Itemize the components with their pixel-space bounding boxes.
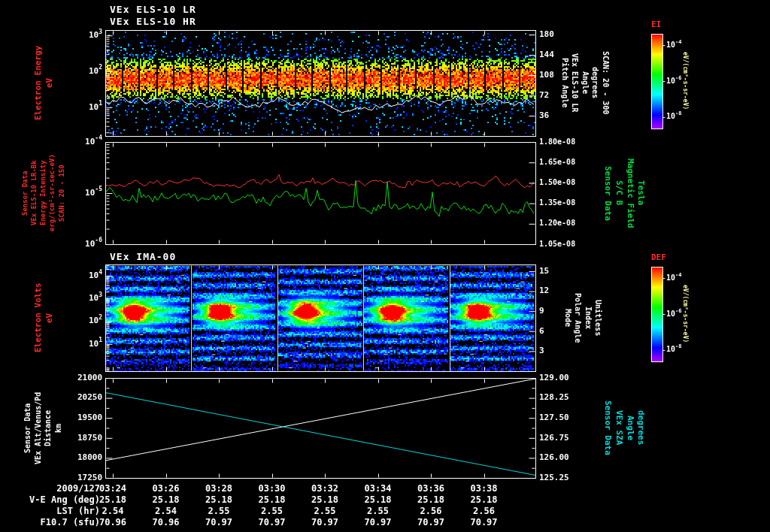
panel4-left-label: Sensor DataVEx Alt/Venus/PdDistancekm xyxy=(23,378,63,478)
panel3-title: VEx IMA-00 xyxy=(110,251,176,262)
plot-canvas xyxy=(0,0,770,532)
colorbar1-units-label: eV/(cm²-s-sr-eV) xyxy=(681,34,689,128)
colorbar2-title: DEF xyxy=(651,252,666,262)
panel1-title-lr: VEx ELS-10 LR xyxy=(110,4,196,15)
colorbar2-units-label: eV/(cm²-s-sr-eV) xyxy=(681,267,689,361)
panel3-y-axis-label: Electron VoltseV xyxy=(33,264,56,371)
panel3-right-label: ModePolar AngleIndexUnitless xyxy=(562,264,603,371)
colorbar1-title: EI xyxy=(651,20,661,29)
panel2-right-label: Sensor DataS/C BMagnetic FieldTesla xyxy=(602,142,646,244)
panel1-y-axis-label: Electron EnergyeV xyxy=(33,30,56,136)
vex-multi-panel-plot: VEx ELS-10 LR VEx ELS-10 HR VEx IMA-00 E… xyxy=(0,0,770,532)
panel4-right-label: Sensor DataVEx SZAAngledegrees xyxy=(602,378,646,478)
panel2-left-label: Sensor DataVEx ELS-10 LR-BkEnergy Intens… xyxy=(20,142,66,244)
panel1-right-label: Pitch AngleVEx ELS-10 LRAngledegreesSCAN… xyxy=(559,30,611,136)
panel1-title-hr: VEx ELS-10 HR xyxy=(110,16,196,27)
